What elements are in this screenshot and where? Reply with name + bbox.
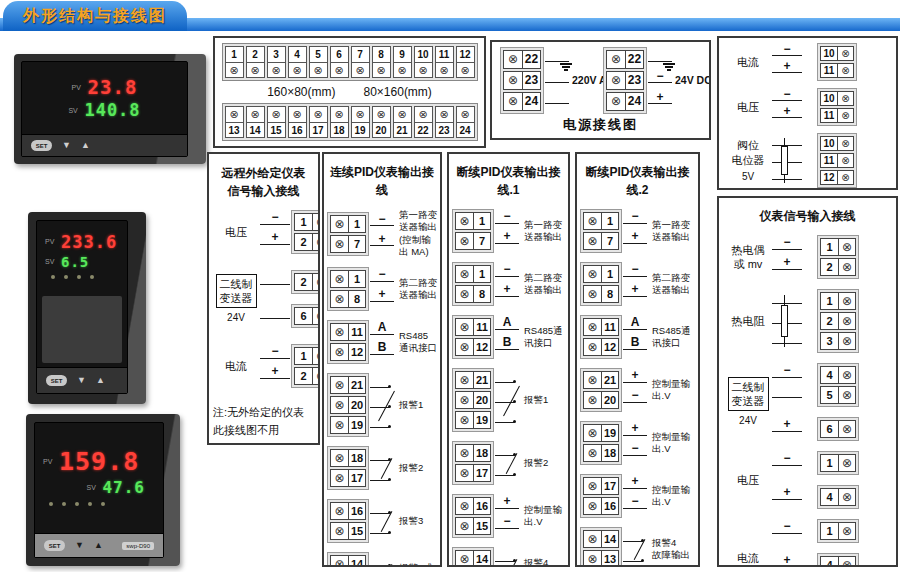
terminal-cell: 12⊗ — [456, 46, 475, 78]
terminal-cell: ⊗20 — [583, 391, 619, 409]
wiring-group: ⊗22⊗23⊗24220V AC — [500, 47, 603, 114]
down-button: ▼ — [75, 541, 84, 550]
screw-icon: ⊗ — [504, 72, 522, 89]
terminal-cell: 7⊗ — [351, 46, 370, 78]
terminal-cell: ⊗1 — [455, 265, 491, 283]
group-label-wrap: 电压 — [213, 225, 259, 239]
terminal-number: 8 — [473, 286, 490, 302]
terminal-strip: ⊗11⊗12 — [327, 320, 369, 364]
terminal-cell: ⊗16 — [455, 497, 491, 515]
down-button: ▼ — [62, 141, 71, 150]
wire-lead: + — [772, 109, 802, 126]
screw-icon: ⊗ — [456, 551, 473, 567]
terminal-number: 23 — [522, 72, 540, 89]
polarity-sign: B — [631, 336, 640, 348]
wire-lead: B — [495, 339, 519, 359]
sv-row: SV 140.8 — [28, 100, 181, 120]
terminal-cell: ⊗21 — [330, 376, 366, 394]
wire-lead — [495, 465, 519, 485]
terminal-number: 14 — [348, 556, 365, 567]
terminal-strips: 10⊗11⊗ — [803, 43, 857, 81]
screw-icon: ⊗ — [394, 62, 411, 77]
screw-icon: ⊗ — [247, 107, 264, 122]
terminal-strip: 10⊗11⊗ — [817, 43, 857, 81]
terminal-cell: ⊗12 — [455, 338, 491, 356]
screw-icon: ⊗ — [838, 489, 855, 505]
polarity-sign: + — [783, 554, 790, 566]
wire-leads: +− — [623, 369, 647, 412]
wiring-group: ⊗11⊗12ABRS485通讯接口 — [327, 320, 437, 364]
terminal-cell: ⊗15 — [267, 106, 286, 138]
terminal-strips: 1⊗2⊗ — [291, 344, 320, 388]
polarity-sign: − — [503, 263, 510, 275]
terminal-number: 8 — [601, 286, 618, 302]
terminal-strip: 6⊗ — [291, 304, 320, 328]
wiring-group: ⊗14⊗13报警4 故障输出 — [580, 527, 695, 567]
terminal-number: 18 — [348, 450, 365, 466]
terminal-cell: 1⊗ — [225, 46, 244, 78]
screw-icon: ⊗ — [584, 286, 601, 302]
page-banner: 外形结构与接线图 — [0, 0, 900, 31]
terminal-number: 4 — [821, 489, 838, 505]
terminal-number: 20 — [473, 392, 490, 408]
instrument-buttons: SET ▼ ▲ — [22, 134, 187, 156]
wiring-group: ⊗1⊗8−+第二路变送器输出 — [580, 262, 695, 306]
terminal-cell: ⊗20 — [455, 391, 491, 409]
group-label-wrap: 热电偶 或 mv — [725, 243, 771, 272]
indicator-led-row — [41, 499, 157, 509]
screw-icon: ⊗ — [331, 216, 348, 232]
group-label: 报警4 故障输出 — [652, 537, 695, 562]
screw-icon: ⊗ — [456, 233, 473, 249]
screw-icon: ⊗ — [837, 109, 853, 122]
wiring-group: 电流−+1⊗4⊗5⊗ — [725, 519, 890, 567]
screw-icon: ⊗ — [312, 308, 320, 324]
wire-leads — [772, 290, 802, 353]
model-badge: swp-D90 — [122, 542, 154, 550]
terminal-number: 11 — [821, 64, 837, 77]
terminal-number: 24 — [457, 122, 474, 137]
terminal-number: 24 — [625, 93, 643, 110]
polarity-sign: − — [783, 452, 790, 464]
terminal-cell: ⊗19 — [330, 416, 366, 434]
group-label: 控制量输出.V — [652, 484, 695, 509]
group-label: 报警1 — [524, 394, 565, 406]
terminal-strip: ⊗21⊗20⊗19 — [452, 368, 494, 432]
terminal-cell: ⊗16 — [330, 502, 366, 520]
down-button: ▼ — [77, 376, 86, 385]
terminal-number: 8 — [373, 47, 390, 62]
wire-lead: + — [260, 234, 290, 254]
up-button: ▲ — [94, 541, 103, 550]
screw-icon: ⊗ — [837, 92, 853, 105]
wire-leads — [370, 374, 394, 437]
terminal-cell: ⊗8 — [455, 285, 491, 303]
terminal-number: 15 — [473, 518, 490, 534]
screw-icon: ⊗ — [456, 372, 473, 388]
terminal-cell: 2⊗ — [820, 258, 856, 276]
sv-row: SV 6.5 — [43, 254, 121, 270]
screw-icon: ⊗ — [584, 392, 601, 408]
screw-icon: ⊗ — [456, 465, 473, 481]
terminal-strip: 1⊗ — [817, 519, 859, 543]
polarity-sign: + — [783, 486, 790, 498]
wire-leads: −+ — [495, 210, 519, 253]
group-label-wrap: 报警2 — [399, 462, 437, 474]
polarity-sign: + — [783, 60, 790, 72]
group-label-wrap: 阀位 电位器5V — [725, 138, 771, 183]
terminal-cell: 4⊗ — [820, 366, 856, 384]
terminal-strip: 10⊗11⊗ — [817, 88, 857, 126]
terminal-strip: ⊗1⊗7 — [327, 212, 369, 256]
screw-icon: ⊗ — [312, 234, 320, 250]
terminal-cell: ⊗24 — [606, 92, 644, 111]
terminal-strips: ⊗1⊗7 — [327, 212, 369, 256]
terminal-cell: ⊗8 — [330, 290, 366, 308]
polarity-sign: − — [631, 442, 638, 454]
terminal-number: 1 — [821, 239, 838, 255]
group-label-wrap: 电流 — [725, 551, 771, 565]
screw-icon: ⊗ — [456, 392, 473, 408]
terminal-number: 4 — [289, 47, 306, 62]
screw-icon: ⊗ — [331, 344, 348, 360]
terminal-strips: ⊗11⊗12 — [327, 320, 369, 364]
terminal-number: 1 — [473, 213, 490, 229]
size-label: 160×80(mm) — [267, 85, 335, 99]
terminal-strip: ⊗1⊗7 — [452, 209, 494, 253]
